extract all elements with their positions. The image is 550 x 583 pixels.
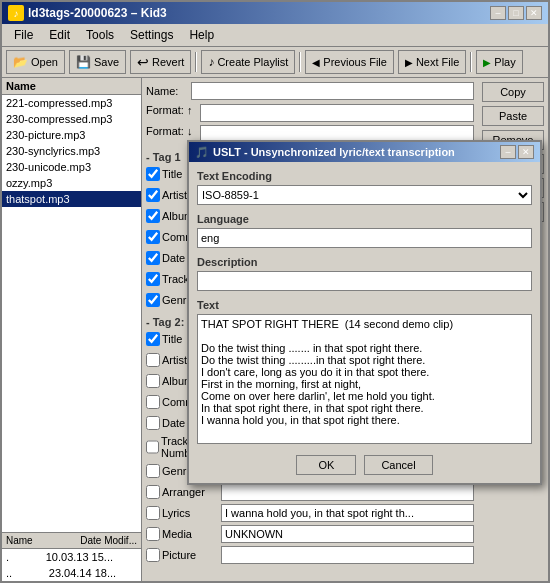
- tag2-lyrics-check[interactable]: [146, 506, 160, 520]
- menu-tools[interactable]: Tools: [78, 26, 122, 44]
- file-item-5[interactable]: ozzy.mp3: [2, 175, 141, 191]
- tag2-artist-check[interactable]: [146, 353, 160, 367]
- tag2-lyrics-input[interactable]: [221, 504, 474, 522]
- modal-icon: [195, 145, 209, 159]
- tag1-date-check[interactable]: [146, 251, 160, 265]
- save-icon: [76, 55, 91, 69]
- revert-icon: [137, 54, 149, 70]
- main-window: ♪ ld3tags-20000623 – Kid3 – □ ✕ File Edi…: [0, 0, 550, 583]
- title-bar-left: ♪ ld3tags-20000623 – Kid3: [8, 5, 167, 21]
- tag2-picture-label: Picture: [146, 548, 221, 562]
- maximize-button[interactable]: □: [508, 6, 524, 20]
- open-icon: [13, 55, 28, 69]
- tag1-artist-check[interactable]: [146, 188, 160, 202]
- prev-icon: [312, 56, 320, 68]
- open-button[interactable]: Open: [6, 50, 65, 74]
- previous-file-button[interactable]: Previous File: [305, 50, 394, 74]
- encoding-label: Text Encoding: [197, 170, 532, 182]
- modal-title-buttons: – ✕: [500, 145, 534, 159]
- footer-item-1[interactable]: .. 23.04.14 18...: [2, 565, 141, 581]
- encoding-select[interactable]: ISO-8859-1: [197, 185, 532, 205]
- app-icon: ♪: [8, 5, 24, 21]
- menu-settings[interactable]: Settings: [122, 26, 181, 44]
- tag2-media-row: Media: [146, 525, 474, 543]
- modal-title-bar: USLT - Unsynchronized lyric/text transcr…: [189, 142, 540, 162]
- modal-body: Text Encoding ISO-8859-1 Language Descri…: [189, 162, 540, 483]
- tag2-media-check[interactable]: [146, 527, 160, 541]
- tag2-picture-input[interactable]: [221, 546, 474, 564]
- close-button[interactable]: ✕: [526, 6, 542, 20]
- tag2-album-check[interactable]: [146, 374, 160, 388]
- tag2-arranger-input[interactable]: [221, 483, 474, 501]
- save-button[interactable]: Save: [69, 50, 126, 74]
- separator-3: [470, 52, 472, 72]
- revert-button[interactable]: Revert: [130, 50, 191, 74]
- tag2-comment-check[interactable]: [146, 395, 160, 409]
- tag2-title-check[interactable]: [146, 332, 160, 346]
- menu-file[interactable]: File: [6, 26, 41, 44]
- language-input[interactable]: [197, 228, 532, 248]
- modal-close-button[interactable]: ✕: [518, 145, 534, 159]
- tag2-picture-check[interactable]: [146, 548, 160, 562]
- file-list: 221-compressed.mp3 230-compressed.mp3 23…: [2, 95, 141, 532]
- playlist-label: Create Playlist: [217, 56, 288, 68]
- file-footer-items: . 10.03.13 15... .. 23.04.14 18...: [2, 549, 141, 581]
- file-item-4[interactable]: 230-unicode.mp3: [2, 159, 141, 175]
- tag2-picture-row: Picture: [146, 546, 474, 564]
- file-item-1[interactable]: 230-compressed.mp3: [2, 111, 141, 127]
- description-input[interactable]: [197, 271, 532, 291]
- tag2-media-label: Media: [146, 527, 221, 541]
- tag1-comment-check[interactable]: [146, 230, 160, 244]
- modal-title-text: USLT - Unsynchronized lyric/text transcr…: [213, 146, 455, 158]
- file-item-3[interactable]: 230-synclyrics.mp3: [2, 143, 141, 159]
- file-item-6[interactable]: thatspot.mp3: [2, 191, 141, 207]
- tag2-date-check[interactable]: [146, 416, 160, 430]
- create-playlist-button[interactable]: Create Playlist: [201, 50, 295, 74]
- play-button[interactable]: Play: [476, 50, 522, 74]
- minimize-button[interactable]: –: [490, 6, 506, 20]
- tag2-lyrics-label: Lyrics: [146, 506, 221, 520]
- menu-bar: File Edit Tools Settings Help: [2, 24, 548, 47]
- text-label: Text: [197, 299, 532, 311]
- prev-label: Previous File: [323, 56, 387, 68]
- paste-button[interactable]: Paste: [482, 106, 544, 126]
- tag1-title-check[interactable]: [146, 167, 160, 181]
- tag2-trackno-check[interactable]: [146, 440, 159, 454]
- name-input[interactable]: [191, 82, 474, 100]
- tag2-media-input[interactable]: [221, 525, 474, 543]
- tag2-arranger-row: Arranger: [146, 483, 474, 501]
- format-up-label: Format: ↑: [146, 104, 192, 122]
- separator-2: [299, 52, 301, 72]
- next-file-button[interactable]: Next File: [398, 50, 466, 74]
- file-item-0[interactable]: 221-compressed.mp3: [2, 95, 141, 111]
- tag1-genre-check[interactable]: [146, 293, 160, 307]
- window-title: ld3tags-20000623 – Kid3: [28, 6, 167, 20]
- cancel-button[interactable]: Cancel: [364, 455, 432, 475]
- file-panel: Name 221-compressed.mp3 230-compressed.m…: [2, 78, 142, 581]
- playlist-icon: [208, 55, 214, 69]
- ok-button[interactable]: OK: [296, 455, 356, 475]
- menu-edit[interactable]: Edit: [41, 26, 78, 44]
- tag2-genre-check[interactable]: [146, 464, 160, 478]
- format-down-label: Format: ↓: [146, 125, 192, 143]
- name-label: Name:: [146, 85, 191, 97]
- menu-help[interactable]: Help: [181, 26, 222, 44]
- main-content: Name 221-compressed.mp3 230-compressed.m…: [2, 78, 548, 581]
- name-row: Name:: [146, 82, 474, 100]
- tag2-arranger-label: Arranger: [146, 485, 221, 499]
- play-label: Play: [494, 56, 515, 68]
- file-panel-header: Name: [2, 78, 141, 95]
- footer-item-0[interactable]: . 10.03.13 15...: [2, 549, 141, 565]
- revert-label: Revert: [152, 56, 184, 68]
- description-label: Description: [197, 256, 532, 268]
- tag2-arranger-check[interactable]: [146, 485, 160, 499]
- modal-minimize-button[interactable]: –: [500, 145, 516, 159]
- footer-col-name: Name: [6, 535, 33, 546]
- file-item-2[interactable]: 230-picture.mp3: [2, 127, 141, 143]
- format-up-input[interactable]: [200, 104, 474, 122]
- copy-button[interactable]: Copy: [482, 82, 544, 102]
- tag1-album-check[interactable]: [146, 209, 160, 223]
- text-textarea[interactable]: THAT SPOT RIGHT THERE (14 second demo cl…: [197, 314, 532, 444]
- tag2-lyrics-row: Lyrics: [146, 504, 474, 522]
- tag1-trackno-check[interactable]: [146, 272, 160, 286]
